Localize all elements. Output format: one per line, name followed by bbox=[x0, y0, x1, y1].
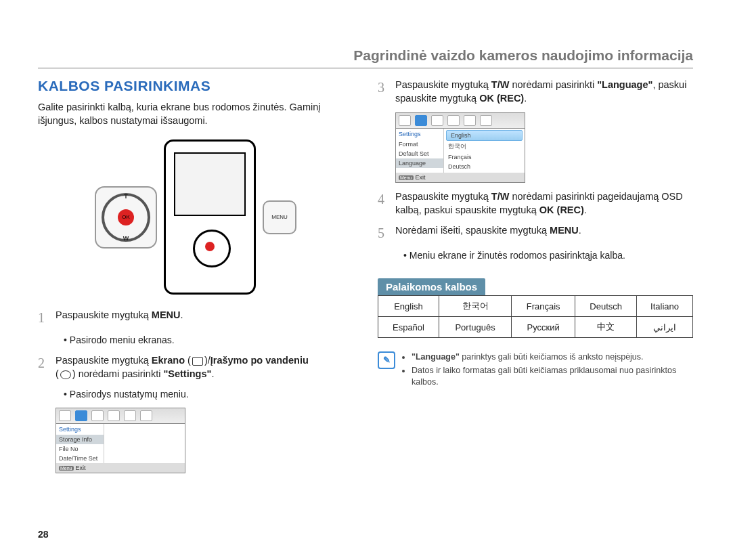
lang-cell: Русский bbox=[512, 317, 575, 338]
step-text-part: . bbox=[524, 93, 527, 104]
menu-option: Deutsch bbox=[444, 162, 525, 171]
pad-ok-label: OK bbox=[118, 209, 134, 225]
step-number: 3 bbox=[378, 78, 395, 106]
note-text-bold: "Language" bbox=[412, 352, 460, 362]
menu-header: Settings bbox=[56, 424, 104, 435]
menu-row: Language bbox=[396, 158, 443, 168]
menu-header: Settings bbox=[396, 129, 443, 139]
settings-menu-screenshot-2: Settings Format Default Set Language Eng… bbox=[395, 112, 525, 183]
step-text-part: . bbox=[584, 204, 587, 215]
note-text-part: parinktys gali būti keičiamos iš anksto … bbox=[460, 352, 644, 362]
menu-row: Format bbox=[396, 139, 443, 149]
lang-cell: 中文 bbox=[575, 317, 637, 338]
step-3-text: Paspauskite mygtuką T/W norėdami pasirin… bbox=[395, 78, 693, 106]
step-4-text: Paspauskite mygtuką T/W norėdami pasirin… bbox=[395, 190, 693, 217]
intro-text: Galite pasirinkti kalbą, kuria ekrane bu… bbox=[38, 101, 353, 127]
lang-cell: Italiano bbox=[637, 296, 693, 317]
menu-option: English bbox=[446, 130, 523, 141]
step-text-part: norėdami pasirinkti bbox=[509, 79, 597, 90]
step-text-bold: Įrašymo po vandeniu bbox=[211, 355, 309, 366]
camera-body-icon bbox=[164, 139, 256, 295]
step-text-part: Norėdami išeiti, spauskite mygtuką bbox=[395, 225, 550, 236]
step-text-bold: OK (REC) bbox=[479, 93, 524, 104]
step-text-part: . bbox=[579, 225, 581, 236]
step-text-part: . bbox=[181, 309, 183, 320]
step-text-part: ( bbox=[185, 355, 191, 366]
page-header: Pagrindinė vaizdo kameros naudojimo info… bbox=[38, 47, 693, 68]
menu-row: Storage Info bbox=[56, 435, 104, 444]
menu-row: Default Set bbox=[396, 149, 443, 158]
lang-cell: Deutsch bbox=[575, 296, 637, 317]
nav-pad-icon: T W OK bbox=[95, 186, 157, 249]
step-text-bold: MENU bbox=[152, 309, 181, 320]
step-text-bold: T/W bbox=[491, 79, 510, 90]
supported-languages-title: Palaikomos kalbos bbox=[378, 278, 485, 295]
lang-cell: 한국어 bbox=[439, 296, 511, 317]
step-2-bullet: Pasirodys nustatymų meniu. bbox=[64, 388, 353, 401]
step-5-text: Norėdami išeiti, spauskite mygtuką MENU. bbox=[395, 223, 693, 242]
note-icon: ✎ bbox=[378, 351, 395, 369]
pad-w-label: W bbox=[96, 235, 156, 242]
settings-menu-screenshot-1: Settings Storage Info File No Date/Time … bbox=[56, 408, 185, 473]
display-icon bbox=[192, 357, 203, 366]
step-number: 5 bbox=[378, 223, 395, 242]
step-number: 4 bbox=[378, 190, 395, 217]
step-1-bullet: Pasirodo meniu ekranas. bbox=[64, 334, 353, 347]
step-text-part: Paspauskite mygtuką bbox=[56, 355, 152, 366]
lang-cell: ايراني bbox=[637, 317, 693, 338]
note-line-1: "Language" parinktys gali būti keičiamos… bbox=[412, 351, 693, 364]
lang-cell: Português bbox=[439, 317, 511, 338]
step-text-bold: "Settings" bbox=[163, 368, 211, 379]
step-text-part: Paspauskite mygtuką bbox=[395, 79, 491, 90]
menu-row: File No bbox=[56, 444, 104, 454]
lang-cell: Français bbox=[512, 296, 575, 317]
step-text-bold: "Language" bbox=[597, 79, 652, 90]
step-text-bold: MENU bbox=[550, 225, 579, 236]
step-2-text: Paspauskite mygtuką Ekrano ()/Įrašymo po… bbox=[56, 353, 353, 381]
supported-languages-table: English 한국어 Français Deutsch Italiano Es… bbox=[378, 295, 693, 338]
step-text-part: Paspauskite mygtuką bbox=[56, 309, 152, 320]
menu-option: 한국어 bbox=[444, 141, 525, 152]
step-number: 1 bbox=[38, 308, 56, 327]
step-1-text: Paspauskite mygtuką MENU. bbox=[56, 308, 353, 327]
lang-cell: English bbox=[378, 296, 439, 317]
menu-foot-btn: Menu bbox=[399, 175, 414, 180]
menu-foot-btn: Menu bbox=[59, 466, 74, 471]
underwater-icon bbox=[60, 370, 71, 379]
page-number: 28 bbox=[38, 529, 49, 540]
step-number: 2 bbox=[38, 353, 56, 381]
step-text-bold: OK (REC) bbox=[539, 204, 584, 215]
menu-foot-text: Exit bbox=[76, 465, 86, 471]
note-block: ✎ "Language" parinktys gali būti keičiam… bbox=[378, 351, 693, 390]
section-title: KALBOS PASIRINKIMAS bbox=[38, 78, 353, 94]
step-5-bullet: Meniu ekrane ir žinutės rodomos pasirink… bbox=[403, 249, 693, 262]
step-text-part: ( bbox=[56, 368, 59, 379]
menu-button-icon: MENU bbox=[263, 200, 296, 234]
step-text-bold: Ekrano bbox=[152, 355, 185, 366]
menu-foot-text: Exit bbox=[416, 174, 426, 181]
menu-row: Date/Time Set bbox=[56, 454, 104, 463]
note-line-2: Datos ir laiko formatas gali būti keičia… bbox=[412, 365, 693, 389]
menu-option: Français bbox=[444, 152, 525, 162]
device-illustration: T W OK MENU bbox=[38, 139, 353, 295]
step-text-part: )/ bbox=[204, 355, 211, 366]
step-text-part: ) norėdami pasirinkti bbox=[72, 368, 164, 379]
step-text-part: . bbox=[211, 368, 214, 379]
step-text-bold: T/W bbox=[491, 191, 510, 202]
lang-cell: Español bbox=[378, 317, 439, 338]
step-text-part: Paspauskite mygtuką bbox=[395, 191, 491, 202]
pad-t-label: T bbox=[96, 193, 156, 200]
